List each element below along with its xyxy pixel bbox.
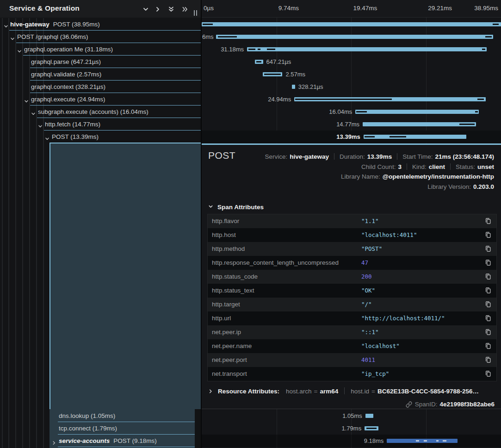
span-label: graphql.validate (2.57ms) — [31, 68, 101, 81]
span-duration-label: 13.39ms — [336, 133, 360, 141]
span-bar-subgraph-execute-accounts[interactable] — [355, 110, 478, 114]
copy-icon[interactable] — [485, 245, 492, 253]
span-tree-row-post-selected[interactable]: POST (13.39ms) — [0, 131, 201, 143]
copy-icon[interactable] — [485, 218, 492, 225]
timeline-row-tcp-connect: 1.79ms — [202, 422, 501, 435]
span-bar-post-graphql[interactable] — [216, 35, 493, 39]
self-time-dash — [485, 36, 492, 37]
span-tree-row-hive-gateway-post[interactable]: hive-gatewayPOST (38.95ms) — [0, 18, 201, 31]
timeline-row-subgraph-execute-accounts: 16.04ms — [202, 106, 501, 118]
span-tree-row-http-fetch[interactable]: http.fetch (14.77ms) — [0, 118, 201, 131]
resource-attributes-title: Resource Attributes: — [218, 388, 279, 395]
resource-key: host.id — [351, 388, 369, 395]
chevron-right-icon — [208, 388, 213, 395]
span-duration-label: 1.79ms — [342, 424, 362, 432]
attribute-value: "POST" — [361, 242, 382, 256]
span-name-duration: http.fetch (14.77ms) — [45, 121, 100, 128]
copy-icon[interactable] — [485, 301, 492, 308]
meta-value: client — [429, 163, 445, 170]
chevron-down-icon[interactable] — [31, 110, 36, 114]
span-tree-row-graphql-execute[interactable]: graphql.execute (24.94ms) — [0, 93, 201, 106]
attribute-key: http.status_text — [212, 284, 254, 298]
span-bar-graphql-parse[interactable] — [255, 60, 263, 64]
span-tree-row-graphql-operation-me[interactable]: graphql.operation Me (31.18ms) — [0, 43, 201, 56]
meta-divider — [450, 163, 451, 170]
chevron-down-icon[interactable] — [45, 135, 49, 139]
span-duration-label: 6ms — [202, 33, 214, 41]
self-time-dash — [356, 111, 366, 112]
span-bar-graphql-operation-me[interactable] — [247, 47, 487, 51]
timeline-row-graphql-operation-me: 31.18ms — [202, 43, 501, 56]
span-attributes-table: http.flavor"1.1"http.host"localhost:4011… — [207, 214, 497, 381]
span-bar-http-fetch[interactable] — [363, 122, 476, 126]
span-label: graphql.operation Me (31.18ms) — [24, 43, 113, 56]
span-tree-row-graphql-context[interactable]: graphql.context (328.21µs) — [0, 81, 201, 93]
attribute-value: "localhost" — [361, 339, 400, 353]
span-name-duration: POST (9.18ms) — [113, 437, 157, 444]
span-bar-tcp-connect[interactable] — [365, 426, 378, 430]
timeline-row-post-selected: 13.39ms — [202, 131, 501, 143]
span-bar-graphql-context[interactable] — [292, 85, 295, 89]
span-tree-row-subgraph-execute-accounts[interactable]: subgraph.execute (accounts) (16.04ms) — [0, 106, 201, 118]
attribute-row: http.flavor"1.1" — [208, 214, 496, 228]
span-tree-row-tcp-connect[interactable]: tcp.connect (1.79ms) — [0, 422, 201, 435]
timeline-row-graphql-execute: 24.94ms — [202, 93, 501, 106]
double-chevron-right-icon[interactable] — [181, 5, 189, 13]
span-tree-row-service-accounts-post[interactable]: service-accountsPOST (9.18ms) — [0, 435, 201, 447]
span-tree-row-dns-lookup[interactable]: dns.lookup (1.05ms) — [0, 410, 201, 422]
panel-divider[interactable] — [201, 0, 202, 448]
resource-value: arm64 — [320, 388, 338, 395]
span-bar-dns-lookup[interactable] — [365, 414, 373, 418]
self-time-dash — [267, 49, 275, 50]
span-name-duration: dns.lookup (1.05ms) — [59, 412, 115, 419]
chevron-down-icon[interactable] — [4, 22, 8, 27]
resource-divider — [344, 387, 345, 394]
span-bar-service-accounts-post[interactable] — [387, 439, 457, 443]
chevron-down-icon[interactable] — [17, 47, 22, 52]
attribute-row: http.url"http://localhost:4011/" — [208, 311, 496, 325]
self-time-dash — [258, 49, 260, 50]
panel-resize-handle[interactable] — [194, 10, 198, 16]
span-name-duration: tcp.connect (1.79ms) — [59, 425, 117, 432]
span-bar-graphql-execute[interactable] — [294, 97, 486, 101]
copy-icon[interactable] — [485, 315, 492, 322]
self-time-dash — [365, 136, 374, 137]
copy-icon[interactable] — [485, 259, 492, 267]
copy-icon[interactable] — [485, 231, 492, 239]
chevron-down-icon[interactable] — [38, 122, 43, 127]
copy-icon[interactable] — [485, 342, 492, 350]
chevron-right-icon[interactable] — [154, 5, 162, 13]
copy-icon[interactable] — [485, 273, 492, 280]
copy-icon[interactable] — [485, 356, 492, 364]
chevron-down-icon[interactable] — [142, 5, 150, 13]
span-bar-post-selected[interactable] — [364, 135, 466, 139]
resource-attributes[interactable]: Resource Attributes:host.arch=arm64host.… — [208, 386, 479, 397]
attribute-row: http.method"POST" — [208, 242, 496, 256]
attribute-row: http.target"/" — [208, 298, 496, 311]
span-tree-row-graphql-validate[interactable]: graphql.validate (2.57ms) — [0, 68, 201, 81]
meta-label: Library Name: — [341, 173, 380, 180]
attribute-value: "ip_tcp" — [361, 367, 389, 381]
span-name-duration: graphql.execute (24.94ms) — [31, 96, 105, 103]
span-tree-row-post-graphql[interactable]: POST /graphql (36.06ms) — [0, 31, 201, 43]
link-icon[interactable] — [406, 401, 412, 408]
copy-icon[interactable] — [485, 287, 492, 294]
double-chevron-down-icon[interactable] — [167, 5, 175, 13]
span-bar-graphql-validate[interactable] — [263, 72, 283, 76]
timeline-row-http-fetch: 14.77ms — [202, 118, 501, 131]
span-attributes-header[interactable]: Span Attributes — [208, 203, 264, 212]
self-time-dash — [218, 36, 237, 37]
self-time-dash — [443, 440, 446, 442]
copy-icon[interactable] — [485, 370, 492, 378]
chevron-down-icon[interactable] — [10, 35, 15, 39]
span-bar-hive-gateway-post[interactable] — [202, 22, 501, 26]
selected-span-highlight — [49, 143, 201, 409]
chevron-right-icon[interactable] — [52, 439, 56, 443]
chevron-down-icon[interactable] — [24, 97, 29, 102]
meta-value: 13.39ms — [367, 153, 392, 160]
meta-divider — [407, 163, 407, 170]
span-name-duration: subgraph.execute (accounts) (16.04ms) — [38, 108, 148, 115]
copy-icon[interactable] — [485, 329, 492, 336]
equals-sign: = — [371, 388, 375, 395]
span-tree-row-graphql-parse[interactable]: graphql.parse (647.21µs) — [0, 56, 201, 68]
